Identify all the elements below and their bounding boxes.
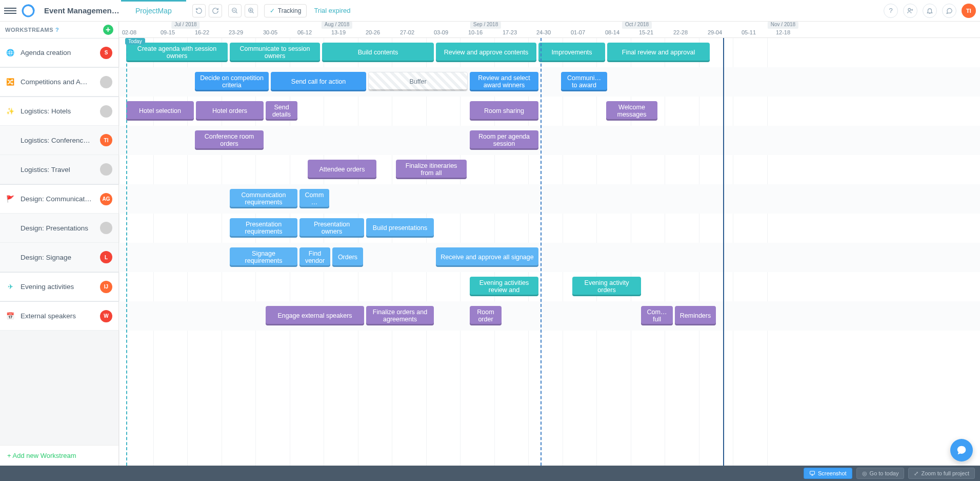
notifications-button[interactable] bbox=[923, 4, 937, 18]
task-bar[interactable]: Evening activity orders bbox=[572, 277, 641, 296]
task-bar[interactable]: Room per agenda session bbox=[470, 130, 538, 150]
month-label: Aug / 2018 bbox=[322, 22, 352, 29]
redo-button[interactable] bbox=[209, 4, 222, 17]
workstream-avatar[interactable]: TI bbox=[100, 134, 112, 146]
topbar: Event Managemen… ProjectMap ✓Tracking Tr… bbox=[0, 0, 980, 22]
workstream-avatar[interactable]: IJ bbox=[100, 281, 112, 293]
workstream-avatar[interactable]: L bbox=[100, 251, 112, 263]
workstream-row[interactable]: 🌐Agenda creationS bbox=[0, 38, 118, 67]
task-bar[interactable]: Hotel orders bbox=[196, 101, 264, 121]
task-bar[interactable]: Com… full bbox=[641, 306, 673, 325]
hamburger-icon[interactable] bbox=[4, 5, 16, 17]
workstream-row[interactable]: ✈Evening activitiesIJ bbox=[0, 272, 118, 301]
task-bar[interactable]: Review and select award winners bbox=[470, 72, 538, 91]
timeline-lane bbox=[119, 301, 980, 331]
task-bar[interactable]: Communicate to session owners bbox=[230, 43, 320, 62]
timeline-body[interactable]: Create agenda with session ownersCommuni… bbox=[119, 38, 980, 466]
task-bar[interactable]: Hotel selection bbox=[126, 101, 194, 121]
task-bar[interactable]: Improvements bbox=[538, 43, 605, 62]
task-bar[interactable]: Room order bbox=[470, 306, 502, 325]
week-label: 27-02 bbox=[400, 29, 414, 35]
week-label: 06-12 bbox=[297, 29, 312, 35]
task-bar[interactable]: Receive and approve all signage bbox=[436, 247, 538, 267]
end-marker[interactable] bbox=[723, 38, 724, 466]
task-bar[interactable]: Presentation requirements bbox=[230, 218, 297, 238]
workstream-row[interactable]: 🚩Design: Communicat…AG bbox=[0, 184, 118, 214]
week-label: 05-11 bbox=[742, 29, 756, 35]
workstream-row[interactable]: Design: SignageL bbox=[0, 243, 118, 272]
workstream-icon: 🔀 bbox=[6, 78, 14, 86]
workstream-avatar[interactable]: W bbox=[100, 310, 112, 322]
chat-bubble[interactable] bbox=[950, 439, 973, 461]
help-button[interactable]: ? bbox=[884, 4, 898, 18]
workstream-label: Logistics: Hotels bbox=[21, 107, 94, 115]
workstream-icon: 📅 bbox=[6, 312, 14, 320]
task-bar[interactable]: Decide on competition criteria bbox=[195, 72, 269, 91]
task-bar[interactable]: Signage requirements bbox=[230, 247, 297, 267]
task-bar[interactable]: Finalize itineraries from all bbox=[396, 160, 467, 179]
task-bar[interactable]: Communication requirements bbox=[230, 189, 297, 208]
task-bar[interactable]: Engage external speakers bbox=[266, 306, 364, 325]
task-bar[interactable]: Room sharing bbox=[470, 101, 538, 121]
task-bar[interactable]: Build contents bbox=[322, 43, 434, 62]
task-bar[interactable]: Attendee orders bbox=[308, 160, 376, 179]
timeline-lane bbox=[119, 155, 980, 184]
tab-projectmap[interactable]: ProjectMap bbox=[121, 0, 186, 22]
workstream-row[interactable]: ✨Logistics: Hotels bbox=[0, 97, 118, 126]
zoom-in-button[interactable] bbox=[245, 4, 258, 17]
help-icon[interactable]: ? bbox=[55, 27, 59, 33]
comments-button[interactable] bbox=[942, 4, 956, 18]
task-bar[interactable]: Find vendor bbox=[299, 247, 330, 267]
task-bar[interactable]: Create agenda with session owners bbox=[126, 43, 228, 62]
task-bar[interactable]: Evening activities review and bbox=[470, 277, 538, 296]
week-label: 20-26 bbox=[366, 29, 380, 35]
workstream-avatar[interactable] bbox=[100, 222, 112, 234]
undo-button[interactable] bbox=[192, 4, 206, 17]
week-label: 10-16 bbox=[468, 29, 483, 35]
workstream-avatar[interactable] bbox=[100, 163, 112, 176]
workstream-row[interactable]: 📅External speakersW bbox=[0, 301, 118, 331]
task-bar[interactable]: Review and approve contents bbox=[436, 43, 536, 62]
task-bar[interactable]: Comm … bbox=[299, 189, 329, 208]
task-bar[interactable]: Communi… to award bbox=[561, 72, 607, 91]
task-bar[interactable]: Conference room orders bbox=[195, 130, 264, 150]
marker-line[interactable] bbox=[541, 38, 542, 466]
task-bar[interactable]: Orders bbox=[332, 247, 363, 267]
task-bar[interactable]: Send call for action bbox=[271, 72, 366, 91]
task-bar[interactable]: Final review and approval bbox=[607, 43, 710, 62]
workstream-avatar[interactable]: S bbox=[100, 47, 112, 59]
workstream-row[interactable]: Design: Presentations bbox=[0, 214, 118, 243]
workstream-row[interactable]: 🔀Competitions and A… bbox=[0, 67, 118, 97]
workstream-label: Evening activities bbox=[21, 283, 94, 291]
task-bar[interactable]: Buffer bbox=[368, 72, 468, 91]
workstreams-header: WORKSTREAMS ? + bbox=[0, 22, 118, 38]
task-bar[interactable]: Build presentations bbox=[366, 218, 434, 238]
workstream-avatar[interactable] bbox=[100, 76, 112, 88]
week-label: 03-09 bbox=[434, 29, 448, 35]
tracking-button[interactable]: ✓Tracking bbox=[264, 4, 307, 17]
workstream-row[interactable]: Logistics: Travel bbox=[0, 155, 118, 184]
week-label: 17-23 bbox=[503, 29, 517, 35]
task-bar[interactable]: Welcome messages bbox=[606, 101, 657, 121]
trial-expired-label[interactable]: Trial expired bbox=[314, 7, 350, 14]
add-workstream-button[interactable]: + bbox=[103, 25, 113, 35]
workstream-row[interactable]: Logistics: Conferenc…TI bbox=[0, 126, 118, 155]
week-label: 08-14 bbox=[605, 29, 619, 35]
workstream-list: 🌐Agenda creationS🔀Competitions and A…✨Lo… bbox=[0, 38, 118, 445]
timeline[interactable]: 02-0809-1516-2223-2930-0506-1213-1920-26… bbox=[119, 22, 980, 466]
workstream-avatar[interactable]: AG bbox=[100, 193, 112, 205]
task-bar[interactable]: Presentation owners bbox=[299, 218, 364, 238]
week-label: 15-21 bbox=[639, 29, 653, 35]
task-bar[interactable]: Send details bbox=[266, 101, 297, 121]
week-label: 16-22 bbox=[195, 29, 209, 35]
invite-button[interactable] bbox=[903, 4, 917, 18]
workstream-avatar[interactable] bbox=[100, 105, 112, 118]
project-title[interactable]: Event Managemen… bbox=[44, 6, 121, 15]
task-bar[interactable]: Finalize orders and agreements bbox=[366, 306, 434, 325]
zoom-out-button[interactable] bbox=[228, 4, 242, 17]
task-bar[interactable]: Reminders bbox=[675, 306, 716, 325]
add-workstream-link[interactable]: + Add new Workstream bbox=[0, 445, 118, 466]
today-badge[interactable]: Today bbox=[125, 38, 145, 45]
logo bbox=[22, 4, 35, 17]
user-avatar[interactable]: TI bbox=[962, 4, 976, 18]
